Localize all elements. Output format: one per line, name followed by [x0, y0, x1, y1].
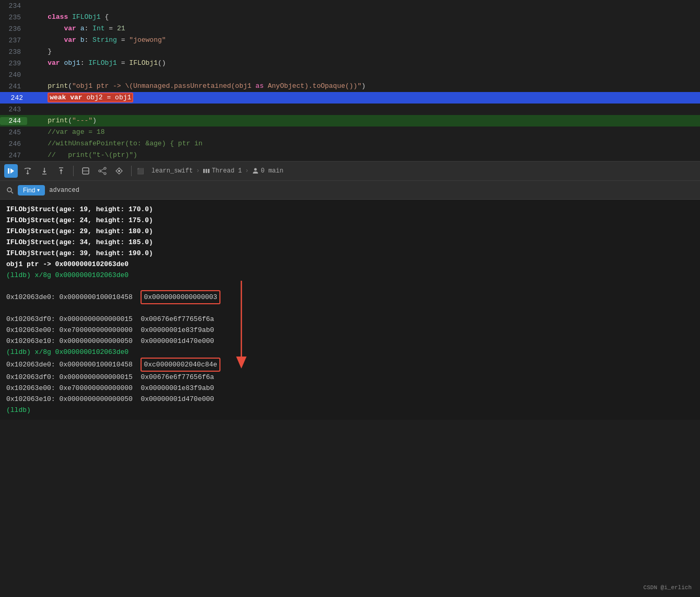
- svg-marker-6: [43, 171, 46, 173]
- svg-rect-21: [206, 169, 207, 173]
- svg-line-25: [11, 191, 14, 193]
- code-line-234: 234: [0, 0, 700, 12]
- svg-point-14: [99, 170, 101, 172]
- location-button[interactable]: [112, 164, 126, 178]
- code-content-244: print("---"): [27, 115, 700, 127]
- line-num-240: 240: [0, 71, 27, 79]
- line-num-238: 238: [0, 48, 27, 56]
- console-output: IFLObjStruct(age: 19, height: 170.0) IFL…: [0, 200, 700, 420]
- breadcrumb-sep2: ›: [245, 167, 249, 175]
- code-line-241: 241 print("obj1 ptr -> \(Unmanaged.passU…: [0, 81, 700, 92]
- breadcrumb-thread-icon: Thread 1: [203, 167, 242, 175]
- console-area: Find ▾ IFLObjStruct(age: 19, height: 170…: [0, 181, 700, 420]
- console-line-3: IFLObjStruct(age: 29, height: 180.0): [6, 226, 694, 237]
- sep2: [131, 166, 132, 176]
- find-label: Find: [23, 187, 35, 194]
- console-line-12: (lldb) x/8g 0x0000000102063de0: [6, 347, 694, 358]
- sep1: [73, 166, 74, 176]
- watermark-text: CSDN @i_erlich: [644, 584, 692, 591]
- line-num-236: 236: [0, 25, 27, 33]
- code-line-235: 235 class IFLObj1 {: [0, 12, 700, 23]
- console-line-9: 0x102063df0: 0x0000000000000015 0x00676e…: [6, 314, 694, 325]
- console-line-8: 0x102063de0: 0x0000000100010458 0x000000…: [6, 281, 694, 314]
- svg-point-15: [104, 173, 106, 175]
- svg-point-13: [104, 167, 106, 169]
- console-line-11: 0x102063e10: 0x0000000000000050 0x000000…: [6, 336, 694, 347]
- line-num-247: 247: [0, 152, 27, 159]
- console-line-15: 0x102063e00: 0xe700000000000000 0x000000…: [6, 383, 694, 394]
- debug-toolbar: ⬛ learn_swift › Thread 1 › 0 main: [0, 161, 700, 181]
- find-dropdown-arrow: ▾: [37, 187, 40, 193]
- code-line-245: 245 //var age = 18: [0, 127, 700, 138]
- share-button[interactable]: [96, 164, 109, 178]
- svg-line-16: [101, 169, 104, 170]
- svg-line-17: [101, 171, 104, 173]
- watermark: CSDN @i_erlich: [644, 584, 692, 591]
- console-line-1: IFLObjStruct(age: 19, height: 170.0): [6, 204, 694, 215]
- code-line-238: 238 }: [0, 46, 700, 58]
- console-line-16: 0x102063e10: 0x0000000000000050 0x000000…: [6, 394, 694, 405]
- breadcrumb-project: learn_swift: [151, 167, 193, 175]
- console-toolbar: Find ▾: [0, 181, 700, 200]
- code-content-235: class IFLObj1 {: [27, 12, 700, 23]
- code-line-237: 237 var b: String = "joewong": [0, 35, 700, 46]
- find-button[interactable]: Find ▾: [18, 185, 45, 196]
- code-line-243: 243: [0, 104, 700, 115]
- svg-marker-9: [60, 169, 63, 171]
- line-num-235: 235: [0, 14, 27, 21]
- console-output-wrapper: IFLObjStruct(age: 19, height: 170.0) IFL…: [0, 200, 700, 420]
- svg-marker-27: [236, 357, 247, 369]
- code-line-242: 242 weak var obj2 = obj1: [0, 92, 700, 104]
- code-line-239: 239 var obj1: IFLObj1 = IFLObj1(): [0, 58, 700, 69]
- svg-point-24: [7, 188, 11, 192]
- breadcrumb-frame: 0 main: [261, 167, 283, 175]
- breadcrumb-thread: Thread 1: [212, 167, 242, 175]
- line-num-242: 242: [0, 94, 27, 102]
- svg-marker-4: [26, 173, 29, 175]
- code-content-238: }: [27, 46, 700, 58]
- line-num-246: 246: [0, 140, 27, 148]
- line-num-237: 237: [0, 37, 27, 44]
- code-content-242: weak var obj2 = obj1: [27, 92, 700, 104]
- code-content-247: // print("t-\(ptr)"): [27, 150, 700, 161]
- line-num-239: 239: [0, 60, 27, 67]
- line-num-245: 245: [0, 129, 27, 136]
- console-line-7: (lldb) x/8g 0x0000000102063de0: [6, 270, 694, 281]
- console-line-17: (lldb): [6, 405, 694, 416]
- console-filter-input[interactable]: [49, 187, 125, 194]
- line-num-234: 234: [0, 2, 27, 10]
- breakpoint-toggle[interactable]: [79, 164, 92, 178]
- highlighted-value-2: 0xc00000002040c84e: [141, 358, 220, 372]
- step-into-button[interactable]: [38, 164, 51, 178]
- hex-addr-1: 0x102063de0: 0x0000000100010458: [6, 292, 141, 303]
- code-content-236: var a: Int = 21: [27, 23, 700, 35]
- console-line-14: 0x102063df0: 0x0000000000000015 0x00676e…: [6, 372, 694, 383]
- console-line-13: 0x102063de0: 0x0000000100010458 0xc00000…: [6, 358, 694, 372]
- breadcrumb: learn_swift › Thread 1 › 0 main: [151, 167, 283, 175]
- highlighted-value-1: 0x0000000000000003: [141, 290, 220, 304]
- code-line-247: 247 // print("t-\(ptr)"): [0, 150, 700, 161]
- console-line-2: IFLObjStruct(age: 24, height: 175.0): [6, 215, 694, 226]
- line-num-244: 244: [0, 117, 27, 125]
- continue-button[interactable]: [4, 164, 18, 178]
- svg-point-23: [254, 168, 257, 171]
- code-content-246: //withUnsafePointer(to: &age) { ptr in: [27, 138, 700, 150]
- console-line-5: IFLObjStruct(age: 39, height: 190.0): [6, 248, 694, 259]
- console-line-4: IFLObjStruct(age: 34, height: 185.0): [6, 237, 694, 248]
- step-over-button[interactable]: [21, 164, 34, 178]
- code-line-246: 246 //withUnsafePointer(to: &age) { ptr …: [0, 138, 700, 150]
- code-content-245: //var age = 18: [27, 127, 700, 138]
- step-out-button[interactable]: [54, 164, 68, 178]
- svg-rect-20: [203, 169, 205, 173]
- console-line-10: 0x102063e00: 0xe700000000000000 0x000000…: [6, 325, 694, 336]
- breadcrumb-sep1: ›: [196, 167, 200, 175]
- svg-rect-22: [208, 169, 209, 173]
- line-num-243: 243: [0, 106, 27, 113]
- code-content-237: var b: String = "joewong": [27, 35, 700, 46]
- hex-addr-2: 0x102063de0: 0x0000000100010458: [6, 359, 141, 370]
- code-content-241: print("obj1 ptr -> \(Unmanaged.passUnret…: [27, 81, 700, 92]
- breadcrumb-frame-icon: 0 main: [252, 167, 283, 175]
- code-content-239: var obj1: IFLObj1 = IFLObj1(): [27, 58, 700, 69]
- line-num-241: 241: [0, 83, 27, 90]
- svg-marker-1: [10, 168, 14, 174]
